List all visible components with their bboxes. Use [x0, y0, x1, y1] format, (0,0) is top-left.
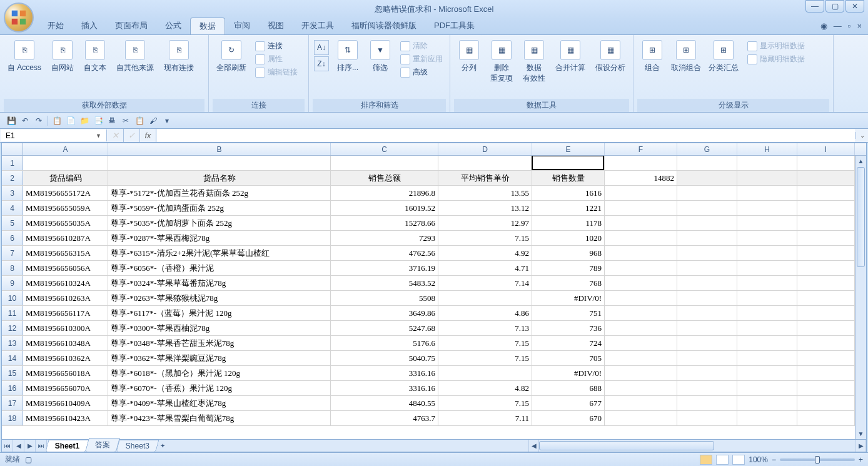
office-button[interactable]	[4, 3, 34, 33]
cell[interactable]	[605, 321, 677, 335]
cell[interactable]: MM81956655172A	[23, 186, 108, 200]
row-header[interactable]: 18	[2, 411, 23, 425]
table-row[interactable]: 13MM81956610348A尊享-*0348*-苹果香芒甜玉米泥78g517…	[2, 336, 866, 351]
cell[interactable]: MM81956610300A	[23, 321, 108, 335]
ribbon-close-icon[interactable]: ×	[857, 21, 862, 31]
cell[interactable]	[737, 306, 797, 320]
cell[interactable]	[797, 231, 855, 245]
horizontal-scrollbar[interactable]: ◀ ▶	[528, 440, 866, 452]
cell[interactable]: 货品编码	[23, 171, 108, 185]
cell[interactable]: 尊享-*0324*-苹果草莓番茄泥78g	[108, 276, 331, 290]
cell[interactable]	[737, 396, 797, 410]
cell[interactable]	[737, 246, 797, 260]
column-header[interactable]: I	[797, 143, 855, 155]
cell[interactable]: 789	[532, 261, 605, 275]
connections-button[interactable]: 连接	[253, 40, 300, 52]
table-row[interactable]: 15MM81956656018A尊享-*6018*-（黑加仑）果汁泥 120g3…	[2, 366, 866, 381]
cell[interactable]	[797, 381, 855, 395]
row-header[interactable]: 15	[2, 366, 23, 380]
row-header[interactable]: 4	[2, 201, 23, 215]
scroll-down-icon[interactable]: ▼	[855, 428, 866, 439]
external-data-button[interactable]: ⎘自文本	[80, 38, 110, 76]
cell[interactable]: 销售数量	[532, 171, 605, 185]
sort-desc-button[interactable]: Z↓	[314, 56, 329, 71]
cell[interactable]	[797, 171, 855, 185]
cell[interactable]	[677, 276, 737, 290]
maximize-button[interactable]: ▢	[825, 0, 844, 13]
cell[interactable]	[677, 366, 737, 380]
qat-icon[interactable]: 📁	[79, 116, 89, 126]
qat-icon[interactable]: 🖶	[107, 116, 117, 126]
outline-button[interactable]: ⊞取消组合	[667, 38, 705, 76]
external-data-button[interactable]: ⎘自网站	[48, 38, 78, 76]
cell[interactable]: 7.15	[438, 231, 532, 245]
cell[interactable]	[797, 321, 855, 335]
cell[interactable]	[677, 381, 737, 395]
cell[interactable]: 768	[532, 276, 605, 290]
cell[interactable]: 7.15	[438, 351, 532, 365]
cell[interactable]: MM81956656315A	[23, 246, 108, 260]
cell[interactable]	[737, 381, 797, 395]
table-row[interactable]: 17MM81956610409A尊享-*0409*-苹果山楂红枣泥78g4840…	[2, 396, 866, 411]
cell[interactable]	[677, 306, 737, 320]
zoom-out-button[interactable]: −	[772, 455, 776, 464]
cell[interactable]	[605, 396, 677, 410]
cell[interactable]: 尊享-*0263*-苹果猕猴桃泥78g	[108, 291, 331, 305]
cell[interactable]	[797, 396, 855, 410]
cell[interactable]: MM81956610409A	[23, 396, 108, 410]
expand-formula-icon[interactable]: ⌄	[855, 132, 868, 139]
cell[interactable]: 7293	[331, 231, 438, 245]
ribbon-tab-9[interactable]: PDF工具集	[425, 18, 483, 34]
cell[interactable]: MM81956656018A	[23, 366, 108, 380]
cell[interactable]	[737, 291, 797, 305]
first-sheet-button[interactable]: ⏮	[2, 440, 13, 452]
help-icon[interactable]: ◉	[820, 21, 827, 31]
cell[interactable]: 16019.52	[331, 201, 438, 215]
ribbon-tab-3[interactable]: 公式	[156, 18, 190, 34]
cell[interactable]: 5508	[331, 291, 438, 305]
cell[interactable]: 尊享-*5059*-优加鸡蛋面条 252g	[108, 201, 331, 215]
name-box[interactable]: E1 ▼	[1, 129, 107, 141]
cell[interactable]: 3316.16	[331, 381, 438, 395]
row-header[interactable]: 10	[2, 291, 23, 305]
cell[interactable]	[532, 156, 605, 170]
cell[interactable]: 7.13	[438, 321, 532, 335]
cell[interactable]	[737, 261, 797, 275]
cell[interactable]	[737, 201, 797, 215]
close-button[interactable]: ✕	[845, 0, 864, 13]
scrollbar-thumb[interactable]	[539, 441, 714, 450]
cell[interactable]: 736	[532, 321, 605, 335]
cell[interactable]	[677, 321, 737, 335]
qat-icon[interactable]: ▾	[162, 116, 172, 126]
cell[interactable]: 尊享-*6056*-（香橙）果汁泥	[108, 261, 331, 275]
cell[interactable]	[438, 366, 532, 380]
cell[interactable]	[737, 411, 797, 425]
cell[interactable]: 688	[532, 381, 605, 395]
cell[interactable]	[605, 201, 677, 215]
cell[interactable]: MM81956656056A	[23, 261, 108, 275]
cell[interactable]	[737, 336, 797, 350]
cell[interactable]	[797, 186, 855, 200]
cell[interactable]: MM81956610362A	[23, 351, 108, 365]
cell[interactable]: 5040.75	[331, 351, 438, 365]
cell[interactable]	[737, 156, 797, 170]
ribbon-tab-8[interactable]: 福昕阅读器领鲜版	[343, 18, 425, 34]
row-header[interactable]: 12	[2, 321, 23, 335]
qat-icon[interactable]: 📋	[52, 116, 62, 126]
row-header[interactable]: 1	[2, 156, 23, 170]
cell[interactable]	[108, 156, 331, 170]
table-row[interactable]: 11MM81956656117A尊享-*6117*-（蓝莓）果汁泥 120g36…	[2, 306, 866, 321]
cell[interactable]	[797, 411, 855, 425]
filter-button[interactable]: ▼筛选	[365, 38, 395, 76]
cell[interactable]: 14882	[605, 171, 677, 185]
cell[interactable]: 670	[532, 411, 605, 425]
outline-button[interactable]: ⊞组合	[637, 38, 667, 76]
cell[interactable]: 1178	[532, 216, 605, 230]
cell[interactable]: 751	[532, 306, 605, 320]
cell[interactable]	[677, 186, 737, 200]
cell[interactable]: MM81956610423A	[23, 411, 108, 425]
scroll-left-icon[interactable]: ◀	[528, 440, 539, 452]
cell[interactable]: 尊享-*0287*-苹果西梅泥78g	[108, 231, 331, 245]
column-header[interactable]: A	[23, 143, 108, 155]
refresh-all-button[interactable]: ↻全部刷新	[213, 38, 250, 76]
